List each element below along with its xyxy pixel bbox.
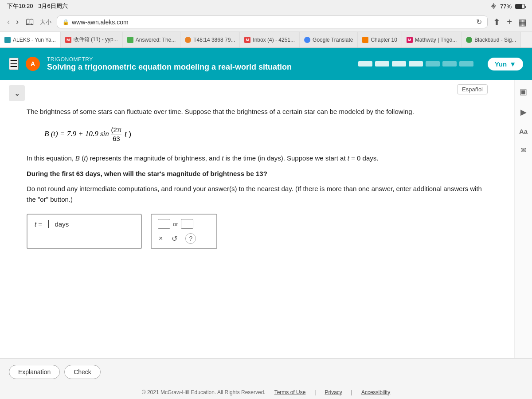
footer-bar: © 2021 McGraw-Hill Education. All Rights… bbox=[0, 385, 532, 399]
nav-arrows: ‹ › bbox=[5, 16, 20, 27]
answer-prefix: t = bbox=[35, 220, 42, 228]
answer-input-label: t = days bbox=[35, 220, 69, 228]
reload-button[interactable]: ↻ bbox=[476, 18, 482, 26]
lock-icon: 🔒 bbox=[63, 19, 69, 25]
tab-t48[interactable]: T48:14 3868 79... bbox=[180, 32, 240, 47]
equation-block: B (t) = 7.9 + 10.9 sin (2π 63 t ) bbox=[44, 126, 488, 142]
main-content: ☰ A TRIGONOMETRY Solving a trigonometric… bbox=[0, 48, 532, 399]
status-bar: 下午10:20 3月6日周六 令 77% bbox=[0, 0, 532, 12]
tabs-button[interactable]: ▦ bbox=[518, 17, 527, 27]
url-text: www-awn.aleks.com bbox=[72, 19, 129, 26]
calculator-button[interactable]: ▣ bbox=[518, 85, 529, 98]
espanol-button[interactable]: Español bbox=[457, 84, 488, 94]
clear-button[interactable]: × bbox=[158, 234, 164, 243]
check-button[interactable]: Check bbox=[64, 365, 101, 379]
tab-inbox-label: Inbox (4) - 4251... bbox=[253, 37, 295, 43]
pipe-divider-2: | bbox=[351, 389, 352, 395]
tab-mail-label: 收件箱 (11) - yyp... bbox=[74, 36, 118, 43]
intro-text: The brightness of some stars can fluctua… bbox=[27, 106, 488, 117]
undo-button[interactable]: ↺ bbox=[171, 234, 178, 244]
right-sidebar: ▣ ▶ Aa ✉ bbox=[514, 80, 532, 358]
tab-blackbaud[interactable]: Blackbaud - Sig... bbox=[462, 32, 521, 47]
progress-seg-6 bbox=[442, 61, 457, 66]
menu-button[interactable]: ☰ bbox=[9, 58, 19, 70]
progress-seg-1 bbox=[358, 61, 372, 66]
time-display: 下午10:20 bbox=[7, 2, 33, 10]
forward-button[interactable]: › bbox=[14, 16, 20, 27]
question-content: The brightness of some stars can fluctua… bbox=[0, 106, 514, 258]
header-subject: TRIGONOMETRY bbox=[47, 56, 351, 63]
tab-answered-label: Answered: The... bbox=[136, 37, 176, 43]
aleks-logo: A bbox=[26, 57, 40, 71]
answer-area: t = days or bbox=[27, 214, 488, 249]
explanation-button[interactable]: Explanation bbox=[9, 365, 60, 379]
header-text: TRIGONOMETRY Solving a trigonometric equ… bbox=[47, 56, 351, 72]
progress-seg-3 bbox=[392, 61, 406, 66]
equation-fraction: (2π 63 t ) bbox=[111, 129, 131, 138]
user-menu-button[interactable]: Yun ▼ bbox=[488, 58, 523, 70]
or-popup: or × ↺ ? bbox=[151, 214, 217, 249]
sub-text: In this equation, B (t) represents the m… bbox=[27, 153, 488, 164]
pipe-divider-1: | bbox=[314, 389, 316, 395]
mail-button[interactable]: ✉ bbox=[519, 144, 528, 156]
expand-button[interactable]: ⌄ bbox=[9, 85, 25, 101]
progress-seg-5 bbox=[426, 61, 440, 66]
tab-answered[interactable]: Answered: The... bbox=[123, 32, 181, 47]
back-button[interactable]: ‹ bbox=[5, 16, 12, 27]
help-button[interactable]: ? bbox=[185, 233, 196, 244]
progress-seg-7 bbox=[459, 61, 473, 66]
bottom-bar: Explanation Check bbox=[0, 358, 532, 385]
tab-t48-label: T48:14 3868 79... bbox=[193, 37, 235, 43]
tab-aleks[interactable]: ALEKS - Yun Ya... bbox=[0, 32, 61, 47]
question-area: Español ⌄ The brightness of some stars c… bbox=[0, 80, 514, 358]
date-display: 3月6日周六 bbox=[38, 2, 67, 10]
chevron-down-icon: ▼ bbox=[509, 60, 516, 68]
answered-favicon bbox=[127, 37, 133, 43]
tabs-bar: ALEKS - Yun Ya... M 收件箱 (11) - yyp... An… bbox=[0, 32, 532, 48]
header-title: Solving a trigonometric equation modelin… bbox=[47, 63, 351, 72]
instruction-text: Do not round any intermediate computatio… bbox=[27, 184, 488, 205]
share-button[interactable]: ⬆ bbox=[493, 17, 501, 27]
translate-favicon bbox=[304, 37, 310, 43]
terms-link[interactable]: Terms of Use bbox=[274, 389, 306, 395]
new-tab-button[interactable]: + bbox=[507, 17, 512, 27]
bookmarks-icon[interactable]: 🕮 bbox=[26, 17, 35, 27]
progress-seg-2 bbox=[375, 61, 389, 66]
aleks-favicon bbox=[4, 37, 11, 43]
or-input-box-1[interactable] bbox=[158, 219, 170, 229]
progress-seg-4 bbox=[409, 61, 423, 66]
popup-actions: × ↺ ? bbox=[158, 233, 210, 244]
t48-favicon bbox=[185, 37, 191, 43]
user-name: Yun bbox=[495, 60, 507, 68]
tab-google-translate[interactable]: Google Translate bbox=[300, 32, 358, 47]
font-button[interactable]: Aa bbox=[517, 126, 529, 137]
size-label: 大小 bbox=[40, 18, 51, 26]
blackbaud-favicon bbox=[466, 37, 472, 43]
accessibility-link[interactable]: Accessibility bbox=[361, 389, 390, 395]
tab-blackbaud-label: Blackbaud - Sig... bbox=[474, 37, 516, 43]
browser-actions: ⬆ + ▦ bbox=[493, 17, 527, 27]
wifi-icon: 令 bbox=[491, 2, 497, 10]
aleks-logo-circle: A bbox=[26, 57, 40, 71]
inbox-favicon: M bbox=[244, 37, 250, 43]
mathway-favicon: M bbox=[407, 37, 413, 43]
address-bar[interactable]: 🔒 www-awn.aleks.com ↻ bbox=[57, 16, 488, 28]
privacy-link[interactable]: Privacy bbox=[325, 389, 342, 395]
progress-area bbox=[358, 61, 473, 66]
mail-favicon: M bbox=[65, 37, 71, 43]
tab-chapter10[interactable]: Chapter 10 bbox=[358, 32, 402, 47]
copyright-text: © 2021 McGraw-Hill Education. All Rights… bbox=[142, 389, 266, 395]
tab-inbox[interactable]: M Inbox (4) - 4251... bbox=[240, 32, 300, 47]
tab-aleks-label: ALEKS - Yun Ya... bbox=[13, 37, 56, 43]
or-row: or bbox=[158, 219, 210, 229]
battery-percentage: 77% bbox=[500, 3, 512, 10]
equation-b: B (t) = 7.9 + 10.9 sin bbox=[44, 129, 109, 138]
battery-icon bbox=[515, 4, 525, 9]
answer-input-box[interactable]: t = days bbox=[27, 214, 142, 249]
or-input-box-2[interactable] bbox=[181, 219, 193, 229]
tab-mail[interactable]: M 收件箱 (11) - yyp... bbox=[61, 32, 123, 47]
play-button[interactable]: ▶ bbox=[519, 106, 528, 119]
answer-unit: days bbox=[55, 220, 69, 228]
input-cursor bbox=[48, 220, 49, 228]
tab-mathway[interactable]: M Mathway | Trigo... bbox=[402, 32, 462, 47]
